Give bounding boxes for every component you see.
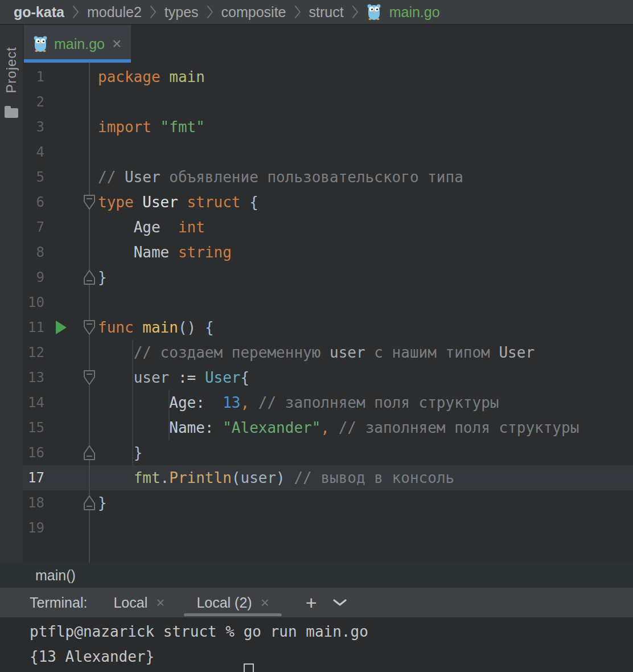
close-icon[interactable]: × (112, 36, 121, 52)
ide-window: go-katamodule2typescompositestructmain.g… (0, 0, 633, 672)
code-line[interactable]: 18} (23, 490, 633, 515)
line-number[interactable]: 14 (23, 390, 44, 415)
code-line[interactable]: 13 user := User{ (23, 365, 633, 390)
folder-icon[interactable] (5, 108, 18, 118)
fold-icon[interactable] (82, 194, 97, 213)
breadcrumb-item-go-kata[interactable]: go-kata (14, 4, 64, 21)
line-number[interactable]: 19 (23, 515, 44, 540)
code-text: func main() { (98, 315, 214, 340)
project-tool-button[interactable]: Project (3, 47, 19, 93)
line-number[interactable]: 7 (23, 215, 44, 240)
breadcrumb-item-types[interactable]: types (165, 4, 199, 21)
terminal-tab-local[interactable]: Local× (108, 588, 170, 617)
close-icon[interactable]: × (261, 595, 269, 610)
code-editor[interactable]: 1package main23import "fmt"45// User объ… (23, 63, 633, 563)
fold-icon[interactable] (82, 444, 97, 464)
line-number[interactable]: 16 (23, 440, 44, 465)
code-text: import "fmt" (98, 114, 205, 140)
line-number[interactable]: 1 (23, 64, 44, 89)
editor-tab-bar: main.go × (23, 25, 633, 63)
code-line[interactable]: 14 Age: 13, // заполняем поля структуры (23, 390, 633, 415)
code-line[interactable]: 11func main() { (23, 315, 633, 340)
project-stripe: Project (0, 25, 23, 563)
code-line[interactable]: 17 fmt.Println(user) // вывод в консоль (23, 465, 633, 490)
code-text: fmt.Println(user) // вывод в консоль (98, 465, 454, 490)
tab-main-go[interactable]: main.go × (24, 25, 131, 63)
code-line[interactable]: 19 (23, 515, 633, 540)
gopher-icon (33, 35, 48, 52)
terminal-tab-local-2-[interactable]: Local (2)× (191, 588, 274, 617)
terminal-label: Terminal: (30, 595, 87, 611)
code-line[interactable]: 3import "fmt" (23, 114, 633, 140)
terminal-tab-label: Local (113, 595, 147, 611)
code-line[interactable]: 12 // создаем переменную user с нашим ти… (23, 340, 633, 365)
gopher-icon (367, 3, 381, 21)
terminal-cursor (244, 663, 254, 672)
editor-breadcrumb: main() (0, 563, 633, 588)
code-line[interactable]: 9} (23, 265, 633, 290)
fold-icon[interactable] (82, 319, 97, 338)
fold-icon[interactable] (82, 269, 97, 288)
breadcrumb-separator-icon (150, 4, 157, 20)
line-number[interactable]: 5 (23, 165, 44, 190)
line-number[interactable]: 18 (23, 490, 44, 515)
terminal-line: ptflp@nazarick struct % go run main.go (30, 619, 633, 644)
code-lines: 1package main23import "fmt"45// User объ… (23, 63, 633, 540)
code-line[interactable]: 5// User объявление пользовательского ти… (23, 165, 633, 190)
run-icon[interactable] (56, 321, 67, 334)
breadcrumb-item-composite[interactable]: composite (221, 4, 286, 21)
fold-icon[interactable] (82, 494, 97, 514)
code-text: Age int (98, 215, 205, 240)
code-line[interactable]: 8 Name string (23, 240, 633, 265)
breadcrumb-separator-icon (207, 4, 213, 20)
code-line[interactable]: 16 } (23, 440, 633, 465)
code-text: } (98, 490, 107, 515)
code-text: Name string (98, 240, 232, 265)
line-number[interactable]: 17 (23, 465, 44, 490)
fold-icon[interactable] (82, 369, 97, 388)
code-text: } (98, 440, 142, 465)
line-number[interactable]: 8 (23, 240, 44, 265)
code-text: user := User{ (98, 365, 249, 390)
line-number[interactable]: 3 (23, 114, 44, 140)
line-number[interactable]: 10 (23, 290, 44, 315)
code-line[interactable]: 15 Name: "Alexander", // заполняем поля … (23, 415, 633, 440)
line-number[interactable]: 9 (23, 265, 44, 290)
context-label[interactable]: main() (35, 567, 76, 584)
code-text: // User объявление пользовательского тип… (98, 165, 463, 190)
terminal-tab-label: Local (2) (196, 595, 252, 611)
breadcrumb-item-struct[interactable]: struct (309, 4, 344, 21)
code-text: type User struct { (98, 190, 258, 215)
breadcrumb-separator-icon (72, 4, 79, 20)
breadcrumb-file[interactable]: main.go (389, 4, 440, 21)
line-number[interactable]: 15 (23, 415, 44, 440)
code-text: Name: "Alexander", // заполняем поля стр… (98, 415, 579, 440)
close-icon[interactable]: × (156, 595, 165, 610)
new-terminal-button[interactable]: + (306, 593, 317, 612)
code-text: package main (98, 64, 205, 89)
code-text: } (98, 265, 107, 290)
terminal-panel-header: Terminal: Local×Local (2)× + (0, 588, 633, 617)
code-line[interactable]: 2 (23, 89, 633, 114)
breadcrumb-item-module2[interactable]: module2 (87, 4, 142, 21)
line-number[interactable]: 6 (23, 190, 44, 215)
code-line[interactable]: 4 (23, 140, 633, 165)
chevron-down-icon[interactable] (332, 598, 348, 607)
code-line[interactable]: 6type User struct { (23, 190, 633, 215)
line-number[interactable]: 4 (23, 140, 44, 165)
terminal-output[interactable]: ptflp@nazarick struct % go run main.go{1… (0, 617, 633, 672)
active-tab-underline (184, 613, 281, 616)
code-text: // создаем переменную user с нашим типом… (98, 340, 535, 365)
code-line[interactable]: 10 (23, 290, 633, 315)
code-text: Age: 13, // заполняем поля структуры (98, 390, 499, 415)
breadcrumb-bar: go-katamodule2typescompositestructmain.g… (0, 0, 633, 25)
line-number[interactable]: 11 (23, 315, 44, 340)
terminal-tabs: Local×Local (2)× (108, 588, 295, 617)
code-line[interactable]: 1package main (23, 64, 633, 89)
tab-title: main.go (54, 36, 105, 52)
line-number[interactable]: 2 (23, 89, 44, 114)
terminal-line: {13 Alexander} (30, 644, 633, 669)
line-number[interactable]: 12 (23, 340, 44, 365)
code-line[interactable]: 7 Age int (23, 215, 633, 240)
line-number[interactable]: 13 (23, 365, 44, 390)
